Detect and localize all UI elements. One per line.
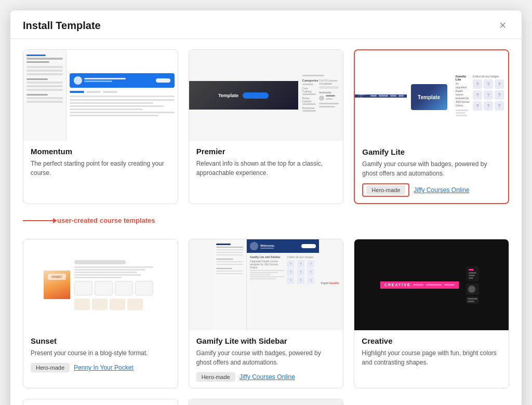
thumbnail-prosper: Prosper Template <box>23 399 178 405</box>
template-name-gamify-lite: Gamify Lite <box>362 147 501 156</box>
thumbnail-eighth <box>189 399 343 405</box>
template-desc-sunset: Present your course in a blog-style form… <box>31 348 170 358</box>
template-name-premier: Premier <box>196 147 336 156</box>
hero-made-badge-sunset: Hero-made <box>31 363 70 372</box>
thumbnail-gamify-sidebar: Welcome, Gamify Lite with Sidebar Upgrad… <box>189 239 343 330</box>
jiffy-courses-link-gamify[interactable]: Jiffy Courses Online <box>414 186 469 194</box>
modal-header: Install Template × <box>10 10 522 39</box>
template-info-premier: Premier Relevant info is shown at the to… <box>189 141 343 189</box>
template-tags-gamify-lite: Hero-made Jiffy Courses Online <box>362 183 501 197</box>
template-desc-momentum: The perfect starting point for easily cr… <box>31 159 170 178</box>
annotation-text: user-created course templates <box>57 217 155 224</box>
template-info-sunset: Sunset Present your course in a blog-sty… <box>23 330 178 379</box>
template-desc-creative: Highlight your course page with fun, bri… <box>362 348 501 367</box>
template-tags-sunset: Hero-made Penny In Your Pocket <box>31 363 170 372</box>
template-desc-premier: Relevant info is shown at the top for a … <box>196 159 336 178</box>
modal-title: Install Template <box>23 20 101 32</box>
thumbnail-gamify-lite: GAMIFY LITE Template Gamify Lit <box>355 50 508 141</box>
hero-made-highlight-box: Hero-made <box>362 183 409 197</box>
template-card-sunset[interactable]: SUNSET <box>23 239 178 388</box>
template-name-momentum: Momentum <box>31 147 170 156</box>
modal-body: Momentum The perfect starting point for … <box>10 39 522 405</box>
template-info-momentum: Momentum The perfect starting point for … <box>23 141 178 189</box>
template-card-creative[interactable]: CREATIVE. <box>354 239 509 388</box>
hero-made-badge-sidebar: Hero-made <box>196 372 235 382</box>
annotation-arrow: user-created course templates <box>23 217 155 224</box>
arrow-line <box>23 220 54 221</box>
templates-grid: Momentum The perfect starting point for … <box>23 49 509 405</box>
thumbnail-premier: Template Categories Core Training Bonus … <box>189 50 343 141</box>
annotation-row: user-created course templates <box>23 214 509 228</box>
template-tags-gamify-sidebar: Hero-made Jiffy Courses Online <box>196 372 336 382</box>
template-card-premier[interactable]: Template Categories Core Training Bonus … <box>189 49 344 204</box>
template-card-momentum[interactable]: Momentum The perfect starting point for … <box>23 49 178 204</box>
template-card-prosper[interactable]: Prosper Template Prosper <box>23 399 178 405</box>
template-info-creative: Creative Highlight your course page with… <box>354 330 509 379</box>
template-name-sunset: Sunset <box>31 336 170 345</box>
template-info-gamify-lite: Gamify Lite Gamify your course with badg… <box>355 141 508 203</box>
jiffy-courses-link-sidebar[interactable]: Jiffy Courses Online <box>240 373 295 381</box>
template-card-gamify-lite[interactable]: GAMIFY LITE Template Gamify Lit <box>354 49 509 204</box>
template-card-eighth[interactable] <box>189 399 344 405</box>
template-desc-gamify-lite: Gamify your course with badges, powered … <box>362 159 501 178</box>
install-template-modal: Install Template × <box>10 10 522 405</box>
template-name-creative: Creative <box>362 336 501 345</box>
template-desc-gamify-sidebar: Gamify your course with badges, powered … <box>196 348 336 367</box>
thumbnail-momentum <box>23 50 178 141</box>
thumbnail-creative: CREATIVE. <box>354 239 509 330</box>
penny-in-pocket-link[interactable]: Penny In Your Pocket <box>74 364 134 371</box>
template-info-gamify-sidebar: Gamify Lite with Sidebar Gamify your cou… <box>189 330 343 388</box>
template-name-gamify-sidebar: Gamify Lite with Sidebar <box>196 336 336 345</box>
close-button[interactable]: × <box>496 19 509 32</box>
thumbnail-sunset: SUNSET <box>23 239 178 330</box>
hero-made-badge: Hero-made <box>366 185 405 195</box>
template-card-gamify-sidebar[interactable]: Welcome, Gamify Lite with Sidebar Upgrad… <box>189 239 344 388</box>
